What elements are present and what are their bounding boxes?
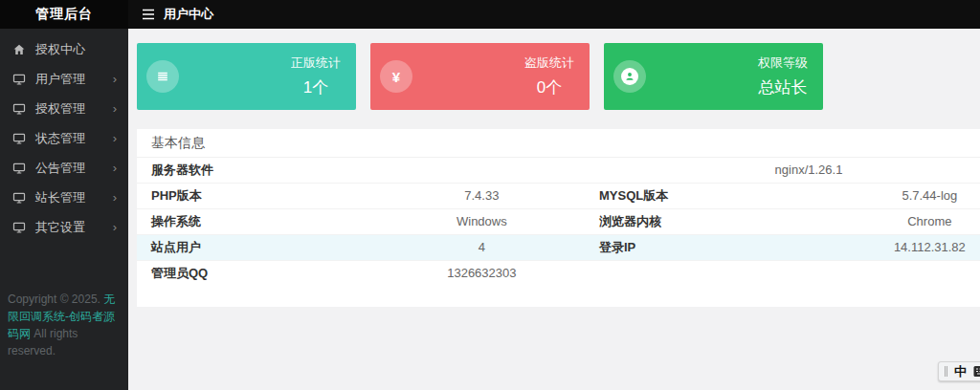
stat-card: 权限等级 总站长 (604, 43, 823, 110)
monitor-icon (11, 101, 26, 116)
sidebar-menu: 授权中心 › 用户管理 › 授权管理 › (0, 29, 128, 242)
info-label: 操作系统 (137, 209, 379, 235)
info-label: MYSQL版本 (585, 184, 827, 209)
main-content: 正版统计 1个 ¥ 盗版统计 0个 (128, 29, 980, 390)
top-nav: 用户中心 (128, 0, 213, 29)
stat-card-text: 权限等级 总站长 (758, 54, 808, 98)
sidebar-item[interactable]: 其它设置 › (0, 212, 128, 242)
sidebar-item[interactable]: 授权中心 › (0, 34, 128, 64)
chevron-right-icon: › (113, 191, 117, 204)
table-row: PHP版本 7.4.33 MYSQL版本 5.7.44-log (137, 184, 980, 209)
info-label: 站点用户 (137, 235, 379, 261)
chevron-right-icon: › (113, 221, 117, 233)
yen-icon: ¥ (392, 70, 400, 84)
monitor-icon (11, 190, 26, 205)
sidebar-item-label: 站长管理 (35, 189, 109, 206)
stat-cards-row: 正版统计 1个 ¥ 盗版统计 0个 (137, 43, 980, 110)
table-row: 站点用户 4 登录IP 14.112.31.82 (137, 235, 980, 261)
stat-card-title: 正版统计 (291, 54, 341, 72)
info-panel: 基本信息 服务器软件 nginx/1.26.1 PHP版本 7.4.33 (137, 129, 980, 307)
sidebar-item-label: 授权管理 (35, 100, 109, 118)
copyright-prefix: Copyright © 2025. (8, 292, 100, 306)
info-label: 管理员QQ (137, 261, 379, 287)
info-panel-title: 基本信息 (137, 129, 980, 158)
monitor-icon (11, 131, 26, 145)
info-value: 1326632303 (379, 261, 585, 287)
monitor-icon (11, 220, 26, 234)
stat-card-icon-circle: ¥ (380, 60, 412, 93)
stat-card-text: 盗版统计 0个 (524, 54, 574, 98)
top-header: 管理后台 用户中心 (0, 0, 980, 29)
info-label: PHP版本 (137, 184, 379, 209)
stat-card-value: 1个 (291, 76, 341, 98)
info-value: nginx/1.26.1 (585, 158, 980, 184)
info-value (827, 261, 980, 287)
chevron-right-icon: › (113, 132, 117, 144)
info-value: 4 (379, 235, 585, 261)
stat-card-title: 盗版统计 (524, 54, 574, 72)
info-label: 浏览器内核 (585, 209, 827, 235)
home-icon (11, 42, 26, 56)
table-row: 操作系统 Windows 浏览器内核 Chrome (137, 209, 980, 235)
monitor-icon (11, 72, 26, 86)
drag-handle-icon[interactable] (945, 366, 947, 377)
info-value: 14.112.31.82 (827, 235, 980, 261)
user-icon (621, 68, 638, 85)
stat-card-text: 正版统计 1个 (291, 54, 341, 98)
info-label: 登录IP (585, 235, 827, 261)
nav-title-user-center[interactable]: 用户中心 (164, 6, 213, 23)
info-label: 服务器软件 (137, 158, 585, 184)
sidebar-item[interactable]: 公告管理 › (0, 153, 128, 183)
table-row: 管理员QQ 1326632303 (137, 261, 980, 287)
info-table: 服务器软件 nginx/1.26.1 PHP版本 7.4.33 MYSQL版本 … (137, 158, 980, 286)
monitor-icon (11, 161, 26, 175)
sidebar-item-label: 授权中心 (35, 41, 109, 58)
info-label (585, 261, 827, 287)
stat-card: ¥ 盗版统计 0个 (370, 43, 590, 110)
info-value: 7.4.33 (379, 184, 585, 209)
stat-card-value: 总站长 (758, 76, 808, 98)
sidebar-item-label: 其它设置 (35, 219, 109, 236)
info-value: 5.7.44-log (827, 184, 980, 209)
info-value: Windows (379, 209, 585, 235)
stat-card-icon-circle (146, 60, 179, 93)
sidebar-item[interactable]: 状态管理 › (0, 123, 128, 153)
stat-card-value: 0个 (524, 76, 574, 98)
sidebar-item-label: 用户管理 (35, 71, 109, 88)
chevron-right-icon: › (113, 102, 117, 115)
hamburger-icon[interactable] (142, 9, 155, 20)
table-row: 服务器软件 nginx/1.26.1 (137, 158, 980, 184)
sidebar: 授权中心 › 用户管理 › 授权管理 › (0, 29, 128, 390)
sidebar-item-label: 状态管理 (35, 130, 109, 147)
keyboard-icon[interactable] (973, 365, 980, 378)
stat-card-title: 权限等级 (758, 54, 808, 72)
chevron-right-icon: › (113, 162, 117, 174)
stat-card-icon-circle (613, 60, 646, 93)
copyright: Copyright © 2025. 无限回调系统-创码者源码网 All righ… (0, 291, 128, 359)
info-value: Chrome (827, 209, 980, 235)
stat-card: 正版统计 1个 (137, 43, 356, 110)
sidebar-item-label: 公告管理 (35, 160, 109, 177)
chevron-right-icon: › (113, 73, 117, 85)
sidebar-item[interactable]: 站长管理 › (0, 183, 128, 212)
app-logo: 管理后台 (0, 0, 128, 29)
sidebar-item[interactable]: 授权管理 › (0, 94, 128, 123)
ime-language-bar[interactable]: 中 (938, 361, 980, 381)
sidebar-item[interactable]: 用户管理 › (0, 64, 128, 94)
list-icon (156, 70, 169, 83)
ime-language-indicator[interactable]: 中 (954, 365, 967, 378)
